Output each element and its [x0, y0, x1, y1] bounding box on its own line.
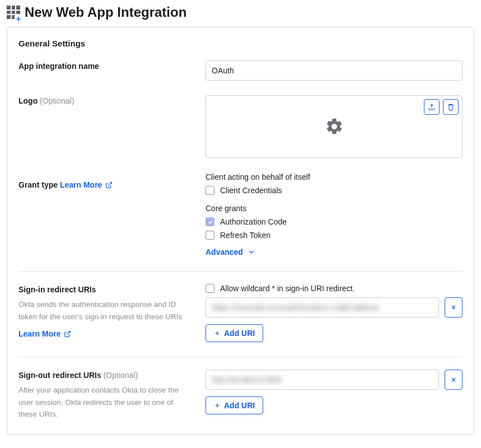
grant-self-heading: Client acting on behalf of itself — [206, 172, 463, 181]
learn-more-label: Learn More — [60, 180, 102, 189]
refresh-token-label: Refresh Token — [220, 231, 270, 240]
logo-optional: (Optional) — [40, 96, 74, 105]
plus-icon — [214, 402, 221, 409]
checkbox-icon — [206, 186, 214, 195]
name-label: App integration name — [18, 62, 99, 71]
trash-icon — [447, 103, 455, 111]
grant-core-heading: Core grants — [206, 204, 463, 213]
add-uri-label: Add URI — [224, 329, 255, 338]
advanced-label: Advanced — [206, 248, 243, 256]
signin-label: Sign-in redirect URIs — [18, 285, 96, 294]
app-grid-icon: ＋ — [7, 6, 20, 19]
signout-help: After your application contacts Okta to … — [18, 384, 192, 421]
settings-panel: General Settings App integration name Lo… — [7, 27, 474, 435]
chevron-down-icon — [247, 248, 255, 256]
remove-signin-uri-button[interactable] — [445, 297, 463, 318]
signin-uri-value: https://example.com/authorization-code/c… — [212, 303, 379, 312]
page-title: New Web App Integration — [25, 4, 186, 20]
upload-icon — [428, 103, 436, 111]
app-name-input[interactable] — [206, 60, 463, 81]
add-signin-uri-button[interactable]: Add URI — [206, 324, 263, 342]
add-signout-uri-button[interactable]: Add URI — [206, 396, 263, 414]
section-general-settings: General Settings — [18, 39, 463, 48]
signin-help: Okta sends the authentication response a… — [18, 298, 192, 323]
divider — [18, 357, 463, 357]
signin-learn-more-link[interactable]: Learn More — [18, 329, 71, 338]
external-link-icon — [64, 330, 71, 338]
signout-label: Sign-out redirect URIs — [18, 371, 101, 380]
grant-type-label: Grant type — [18, 180, 58, 189]
gear-icon — [325, 117, 344, 136]
logo-dropzone[interactable] — [206, 95, 463, 158]
divider — [18, 271, 463, 272]
logo-label: Logo — [18, 96, 38, 105]
grant-learn-more-link[interactable]: Learn More — [60, 180, 113, 189]
client-credentials-label: Client Credentials — [220, 186, 282, 195]
remove-signout-uri-button[interactable] — [445, 370, 463, 390]
checkbox-icon — [206, 284, 214, 293]
delete-logo-button[interactable] — [443, 99, 459, 115]
checkbox-refresh-token[interactable]: Refresh Token — [206, 231, 463, 240]
signout-uri-value: http://localhost:0000 — [212, 375, 282, 384]
checkbox-icon — [206, 231, 214, 240]
signout-uri-input[interactable]: http://localhost:0000 — [206, 370, 439, 390]
learn-more-label: Learn More — [18, 329, 60, 338]
close-icon — [450, 376, 457, 383]
allow-wildcard-label: Allow wildcard * in sign-in URI redirect… — [220, 284, 354, 293]
external-link-icon — [105, 181, 113, 189]
checkbox-checked-icon — [206, 217, 214, 226]
authorization-code-label: Authorization Code — [220, 217, 287, 226]
signin-uri-input[interactable]: https://example.com/authorization-code/c… — [206, 297, 439, 318]
checkbox-client-credentials[interactable]: Client Credentials — [206, 186, 463, 195]
advanced-toggle[interactable]: Advanced — [206, 248, 255, 256]
close-icon — [450, 304, 457, 311]
checkbox-authorization-code[interactable]: Authorization Code — [206, 217, 463, 226]
plus-icon — [214, 330, 221, 337]
add-uri-label: Add URI — [224, 401, 255, 410]
upload-logo-button[interactable] — [424, 99, 440, 115]
checkbox-allow-wildcard[interactable]: Allow wildcard * in sign-in URI redirect… — [206, 284, 463, 293]
signout-optional: (Optional) — [104, 371, 138, 380]
